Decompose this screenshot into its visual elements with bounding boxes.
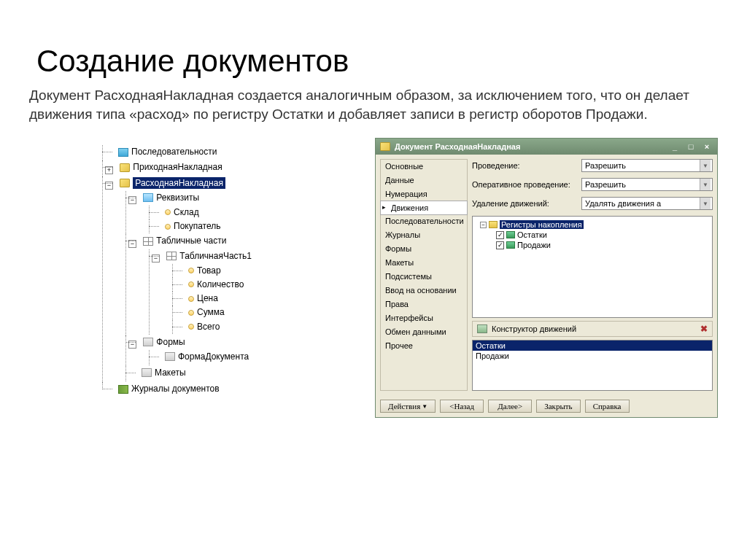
register-icon: [506, 241, 515, 249]
collapse-icon[interactable]: −: [105, 182, 113, 190]
registers-root[interactable]: − Регистры накопления: [480, 219, 709, 230]
collapse-icon[interactable]: −: [128, 196, 136, 204]
movements-listbox[interactable]: Остатки Продажи: [472, 340, 713, 391]
register-balances[interactable]: ✓ Остатки: [496, 230, 709, 240]
tree-node-qty[interactable]: Количество: [178, 278, 328, 292]
nav-other[interactable]: Прочее: [381, 339, 467, 353]
field-icon: [188, 310, 194, 316]
layouts-icon: [142, 368, 152, 377]
delete-icon[interactable]: ✖: [700, 324, 708, 334]
attributes-icon: [143, 193, 153, 202]
dialog-titlebar[interactable]: Документ РасходнаяНакладная _ □ ×: [376, 139, 717, 155]
delete-movements-combo[interactable]: Удалять движения а: [581, 197, 713, 210]
minimize-icon[interactable]: _: [669, 141, 681, 152]
expand-icon[interactable]: +: [105, 166, 113, 174]
tree-node-journals[interactable]: Журналы документов: [108, 382, 328, 397]
tree-node-forms[interactable]: − Формы ФормаДокумента: [131, 335, 328, 366]
oper-posting-label: Оперативное проведение:: [472, 180, 581, 189]
table-icon: [166, 252, 177, 260]
journals-icon: [118, 385, 128, 394]
nav-data[interactable]: Данные: [381, 174, 467, 187]
oper-posting-combo[interactable]: Разрешить: [581, 178, 713, 191]
nav-interfaces[interactable]: Интерфейсы: [381, 311, 467, 325]
tree-node-docform[interactable]: ФормаДокумента: [155, 350, 328, 365]
tree-node-buyer[interactable]: Покупатель: [155, 219, 328, 233]
maximize-icon[interactable]: □: [685, 141, 697, 152]
close-button[interactable]: Закрыть: [536, 400, 580, 413]
nav-input[interactable]: Ввод на основании: [381, 284, 467, 298]
tree-node-tabs[interactable]: − Табличные части − ТабличнаяЧасть1 Това…: [131, 234, 328, 335]
register-sales[interactable]: ✓ Продажи: [496, 240, 709, 250]
tree-node-warehouse[interactable]: Склад: [155, 206, 328, 219]
field-icon: [165, 224, 171, 230]
tree-node-sum[interactable]: Сумма: [178, 306, 328, 319]
constructor-toolbar: Конструктор движений ✖: [472, 321, 713, 337]
nav-exchange[interactable]: Обмен данными: [381, 325, 467, 339]
tree-node-total[interactable]: Всего: [178, 320, 328, 334]
nav-rights[interactable]: Права: [381, 298, 467, 311]
help-button[interactable]: Справка: [585, 400, 630, 413]
field-icon: [188, 268, 194, 273]
metadata-tree[interactable]: Последовательности + ПриходнаяНакладная …: [95, 145, 328, 397]
checkbox-checked-icon[interactable]: ✓: [496, 231, 504, 239]
constructor-button[interactable]: Конструктор движений: [492, 324, 576, 333]
actions-button[interactable]: Действия▼: [380, 400, 436, 413]
back-button[interactable]: <Назад: [440, 400, 484, 413]
field-icon: [188, 324, 194, 330]
register-group-icon: [489, 221, 498, 228]
tree-node-layouts[interactable]: Макеты: [131, 366, 328, 381]
nav-layouts[interactable]: Макеты: [381, 256, 467, 270]
register-icon: [506, 231, 515, 238]
nav-movements[interactable]: Движения: [380, 201, 468, 215]
sequence-icon: [118, 148, 128, 157]
chevron-down-icon: ▼: [422, 403, 427, 410]
tree-node-outbound[interactable]: − РасходнаяНакладная − Реквизиты Склад П…: [108, 176, 328, 383]
collapse-icon[interactable]: −: [152, 254, 160, 262]
document-properties-dialog: Документ РасходнаяНакладная _ □ × Основн…: [375, 138, 718, 418]
collapse-icon[interactable]: −: [128, 240, 136, 248]
tree-node-price[interactable]: Цена: [178, 292, 328, 306]
tree-node-inbound[interactable]: + ПриходнаяНакладная: [108, 160, 328, 176]
nav-numbering[interactable]: Нумерация: [381, 187, 467, 201]
collapse-icon[interactable]: −: [128, 341, 136, 349]
constructor-icon: [477, 324, 487, 333]
dialog-title: Документ РасходнаяНакладная: [395, 142, 520, 151]
document-icon: [120, 163, 130, 172]
tree-node-tab1[interactable]: − ТабличнаяЧасть1 Товар Количество Цена …: [155, 249, 328, 335]
field-icon: [188, 296, 194, 302]
nav-forms[interactable]: Формы: [381, 242, 467, 256]
next-button[interactable]: Далее>: [488, 400, 532, 413]
nav-journals[interactable]: Журналы: [381, 228, 467, 242]
forms-icon: [143, 338, 153, 346]
checkbox-checked-icon[interactable]: ✓: [496, 241, 504, 249]
field-icon: [188, 281, 194, 287]
posting-combo[interactable]: Разрешить: [581, 159, 713, 172]
tree-node-product[interactable]: Товар: [178, 264, 328, 278]
close-icon[interactable]: ×: [701, 141, 713, 152]
nav-subsystems[interactable]: Подсистемы: [381, 270, 467, 284]
list-item-sales[interactable]: Продажи: [473, 351, 712, 361]
tree-node-sequences[interactable]: Последовательности: [108, 145, 328, 160]
field-icon: [165, 209, 171, 215]
nav-seq[interactable]: Последовательности: [381, 214, 467, 228]
list-item-balances[interactable]: Остатки: [473, 341, 712, 351]
form-icon: [165, 352, 175, 361]
tree-node-props[interactable]: − Реквизиты Склад Покупатель: [131, 191, 328, 235]
delete-movements-label: Удаление движений:: [472, 199, 581, 208]
page-title: Создание документов: [36, 44, 718, 79]
registers-tree[interactable]: − Регистры накопления ✓ Остатки ✓: [472, 216, 713, 318]
collapse-icon[interactable]: −: [480, 222, 487, 228]
page-description: Документ РасходнаяНакладная создается ан…: [29, 86, 718, 123]
document-icon: [120, 179, 130, 187]
dialog-nav[interactable]: Основные Данные Нумерация Движения После…: [380, 159, 468, 391]
posting-label: Проведение:: [472, 161, 581, 170]
nav-main[interactable]: Основные: [381, 160, 467, 174]
document-icon: [380, 142, 390, 151]
table-icon: [143, 237, 153, 246]
